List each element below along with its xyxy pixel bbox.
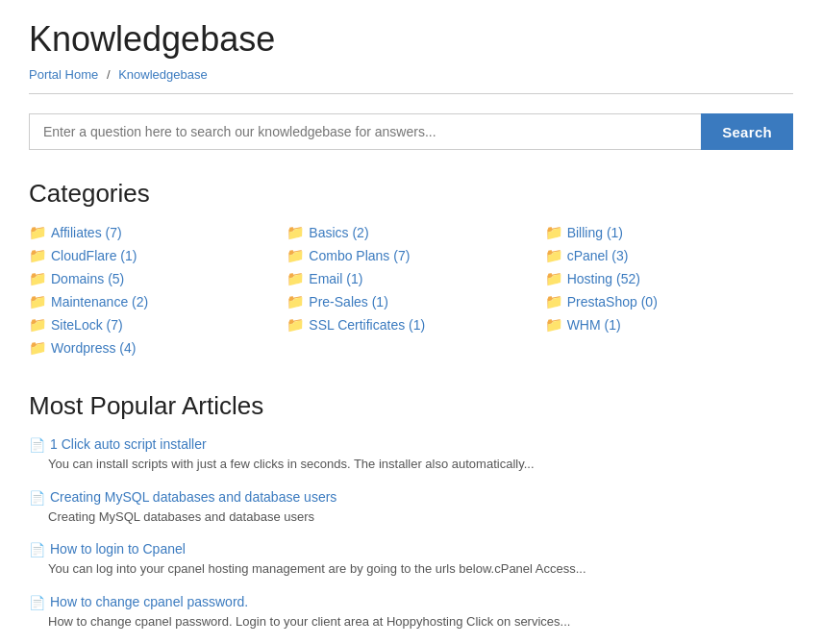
article-icon: 📄 (29, 542, 45, 557)
category-link[interactable]: Basics (2) (309, 225, 368, 240)
category-link[interactable]: Hosting (52) (567, 271, 640, 286)
search-bar: Search (29, 113, 793, 150)
category-item: 📁Wordpress (4) (29, 339, 277, 357)
category-link[interactable]: Combo Plans (7) (309, 248, 410, 263)
article-title-link[interactable]: Creating MySQL databases and database us… (50, 489, 336, 505)
folder-icon: 📁 (29, 316, 46, 334)
folder-icon: 📁 (29, 339, 46, 357)
category-item: 📁SSL Certificates (1) (286, 316, 535, 334)
article-description: How to change cpanel password. Login to … (29, 612, 793, 632)
categories-section-title: Categories (29, 179, 793, 209)
category-item: 📁Pre-Sales (1) (286, 293, 535, 310)
category-item: 📁Hosting (52) (545, 270, 793, 287)
category-link[interactable]: CloudFlare (1) (51, 248, 137, 263)
search-input[interactable] (29, 113, 701, 150)
folder-icon: 📁 (545, 293, 562, 310)
category-link[interactable]: cPanel (3) (567, 248, 629, 263)
folder-icon: 📁 (29, 247, 46, 264)
categories-grid: 📁Affiliates (7)📁Basics (2)📁Billing (1)📁C… (29, 224, 793, 357)
article-icon: 📄 (29, 490, 45, 506)
category-link[interactable]: SSL Certificates (1) (309, 317, 425, 333)
category-item: 📁PrestaShop (0) (545, 293, 793, 310)
folder-icon: 📁 (545, 247, 562, 264)
category-item: 📁Email (1) (286, 270, 535, 287)
category-item: 📁cPanel (3) (545, 247, 793, 264)
folder-icon: 📁 (29, 224, 46, 241)
folder-icon: 📁 (286, 224, 304, 241)
article-title-row: 📄 1 Click auto script installer (29, 436, 793, 453)
folder-icon: 📁 (29, 270, 46, 287)
article-title-link[interactable]: How to login to Cpanel (50, 541, 186, 557)
breadcrumb-separator: / (107, 67, 111, 82)
category-link[interactable]: Domains (5) (51, 271, 124, 286)
article-item: 📄 Creating MySQL databases and database … (29, 489, 793, 527)
breadcrumb-home-link[interactable]: Portal Home (29, 67, 98, 82)
article-title-row: 📄 How to login to Cpanel (29, 541, 793, 557)
category-item: 📁Affiliates (7) (29, 224, 277, 241)
category-item: 📁Combo Plans (7) (286, 247, 535, 264)
category-link[interactable]: SiteLock (7) (51, 317, 123, 333)
category-item: 📁Domains (5) (29, 270, 277, 287)
folder-icon: 📁 (29, 293, 46, 310)
folder-icon: 📁 (286, 247, 304, 264)
article-item: 📄 How to change cpanel password. How to … (29, 594, 793, 632)
article-description: You can install scripts with just a few … (29, 455, 793, 474)
breadcrumb-current-link[interactable]: Knowledgebase (118, 67, 208, 82)
article-description: Creating MySQL databases and database us… (29, 508, 793, 527)
category-item: 📁SiteLock (7) (29, 316, 277, 334)
article-title-row: 📄 Creating MySQL databases and database … (29, 489, 793, 506)
folder-icon: 📁 (286, 270, 304, 287)
category-link[interactable]: Maintenance (2) (51, 294, 148, 310)
article-icon: 📄 (29, 595, 45, 610)
folder-icon: 📁 (286, 316, 304, 334)
category-item: 📁Billing (1) (545, 224, 793, 241)
category-link[interactable]: Wordpress (4) (51, 340, 136, 356)
category-link[interactable]: PrestaShop (0) (567, 294, 658, 310)
article-icon: 📄 (29, 437, 45, 453)
article-title-row: 📄 How to change cpanel password. (29, 594, 793, 610)
category-item: 📁Basics (2) (286, 224, 535, 241)
category-link[interactable]: Pre-Sales (1) (309, 294, 387, 310)
article-title-link[interactable]: How to change cpanel password. (50, 594, 248, 609)
category-item: 📁Maintenance (2) (29, 293, 277, 310)
folder-icon: 📁 (545, 224, 562, 241)
article-item: 📄 1 Click auto script installer You can … (29, 436, 793, 474)
category-item: 📁CloudFlare (1) (29, 247, 277, 264)
category-link[interactable]: Email (1) (309, 271, 362, 286)
articles-list: 📄 1 Click auto script installer You can … (29, 436, 793, 644)
article-description: You can log into your cpanel hosting man… (29, 559, 793, 579)
category-link[interactable]: WHM (1) (567, 317, 621, 333)
folder-icon: 📁 (545, 316, 562, 334)
folder-icon: 📁 (286, 293, 304, 310)
folder-icon: 📁 (545, 270, 562, 287)
page-title: Knowledgebase (29, 19, 793, 60)
articles-section-title: Most Popular Articles (29, 391, 793, 421)
search-button[interactable]: Search (701, 113, 793, 150)
article-title-link[interactable]: 1 Click auto script installer (50, 436, 207, 452)
category-item: 📁WHM (1) (545, 316, 793, 334)
article-item: 📄 How to login to Cpanel You can log int… (29, 541, 793, 579)
category-link[interactable]: Billing (1) (567, 225, 623, 240)
breadcrumb: Portal Home / Knowledgebase (29, 67, 793, 94)
category-link[interactable]: Affiliates (7) (51, 225, 122, 240)
